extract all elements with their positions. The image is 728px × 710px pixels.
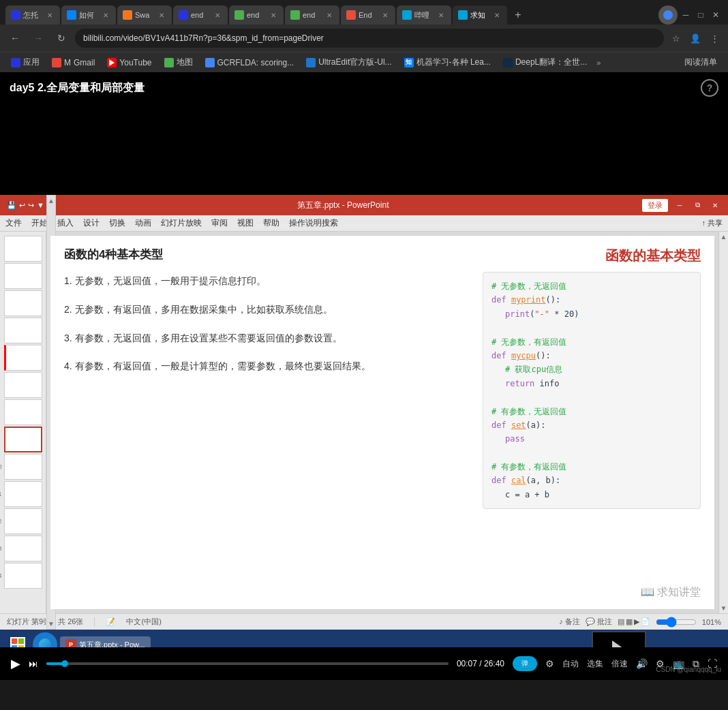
- cast-icon[interactable]: 📺: [673, 658, 684, 669]
- reading-view-button[interactable]: 📄: [641, 617, 650, 626]
- slide-thumb-7[interactable]: 7: [4, 372, 42, 398]
- menu-animations[interactable]: 动画: [135, 217, 151, 229]
- menu-icon[interactable]: ⋮: [706, 30, 723, 46]
- ppt-close-button[interactable]: ✕: [709, 199, 721, 211]
- tab-close-3[interactable]: ✕: [157, 10, 166, 20]
- ppt-restore-button[interactable]: ⧉: [691, 199, 703, 211]
- forward-button[interactable]: →: [29, 29, 48, 48]
- tab-2[interactable]: 如何 ✕: [61, 5, 116, 25]
- slide-thumb-10[interactable]: 10: [4, 454, 42, 480]
- menu-file[interactable]: 文件: [5, 217, 22, 229]
- settings-icon[interactable]: ⚙: [656, 658, 665, 669]
- new-tab-button[interactable]: +: [509, 5, 528, 25]
- fullscreen-icon[interactable]: ⛶: [708, 658, 717, 669]
- tab-close-9[interactable]: ✕: [492, 10, 502, 20]
- tab-close-4[interactable]: ✕: [213, 10, 222, 20]
- bookmark-icon[interactable]: ☆: [668, 30, 684, 46]
- tab-close-5[interactable]: ✕: [269, 10, 278, 20]
- auto-label[interactable]: 自动: [562, 658, 579, 670]
- menu-transitions[interactable]: 切换: [109, 217, 125, 229]
- tab-9[interactable]: 求知 ✕: [453, 5, 507, 25]
- speed-label[interactable]: 倍速: [611, 658, 628, 670]
- menu-help[interactable]: 帮助: [263, 217, 279, 229]
- bookmark-deepl[interactable]: DeepL翻译：全世...: [498, 55, 592, 70]
- slide-thumb-12[interactable]: 12: [4, 508, 42, 534]
- ppt-minimize-button[interactable]: ─: [673, 199, 686, 211]
- back-button[interactable]: ←: [5, 29, 25, 48]
- reload-button[interactable]: ↻: [52, 29, 71, 48]
- tab-close-2[interactable]: ✕: [101, 10, 110, 20]
- slide-thumb-13[interactable]: 13: [4, 536, 42, 561]
- tab-4[interactable]: end ✕: [173, 5, 228, 25]
- profile-icon[interactable]: 👤: [687, 30, 703, 46]
- danmaku-settings-icon[interactable]: ⚙: [545, 658, 554, 669]
- slide-thumb-4[interactable]: 4: [4, 290, 42, 316]
- bookmark-maps[interactable]: 地图: [159, 55, 198, 70]
- help-button[interactable]: ?: [701, 79, 718, 97]
- bookmark-apps[interactable]: 应用: [5, 55, 45, 70]
- normal-view-button[interactable]: ▤: [618, 617, 624, 626]
- slide-thumb-3[interactable]: 3: [4, 263, 42, 289]
- slide-thumb-8[interactable]: 8: [4, 399, 42, 425]
- progress-handle[interactable]: [61, 660, 68, 667]
- tab-5[interactable]: end ✕: [229, 5, 284, 25]
- ppt-scroll-up[interactable]: ▲: [721, 232, 727, 241]
- customize-icon[interactable]: ▼: [37, 201, 44, 209]
- tab-close-7[interactable]: ✕: [380, 10, 390, 20]
- progress-bar[interactable]: [46, 662, 449, 665]
- save-icon[interactable]: 💾: [7, 201, 16, 210]
- slideshow-view-button[interactable]: ▶: [634, 617, 639, 626]
- bookmark-gmail[interactable]: M Gmail: [46, 57, 100, 69]
- select-label[interactable]: 选集: [587, 658, 603, 670]
- close-button[interactable]: ✕: [709, 8, 723, 22]
- tab-close-1[interactable]: ✕: [45, 10, 55, 20]
- outline-view-button[interactable]: ▦: [626, 617, 633, 626]
- tab-1[interactable]: 怎托 ✕: [5, 5, 60, 25]
- pip-icon[interactable]: ⧉: [693, 658, 699, 670]
- slide-thumb-5[interactable]: 5: [4, 318, 42, 343]
- menu-slideshow[interactable]: 幻灯片放映: [161, 217, 202, 229]
- bookmark-ultraedit[interactable]: UltraEdit官方版-Ul...: [301, 55, 397, 70]
- menu-search[interactable]: 操作说明搜索: [289, 217, 338, 229]
- slide-thumb-2[interactable]: 2: [4, 236, 42, 262]
- next-button[interactable]: ⏭: [29, 658, 38, 669]
- ppt-right-scrollbar[interactable]: ▲ ▼: [718, 232, 728, 613]
- play-pause-button[interactable]: ▶: [11, 656, 20, 671]
- tab-7[interactable]: End ✕: [341, 5, 395, 25]
- comments-button[interactable]: 💬 批注: [586, 617, 612, 627]
- undo-icon[interactable]: ↩: [19, 201, 25, 210]
- menu-review[interactable]: 审阅: [211, 217, 228, 229]
- chrome-icon[interactable]: [658, 5, 678, 25]
- bookmark-youtube[interactable]: YouTube: [102, 57, 157, 69]
- slide-thumb-9[interactable]: 9: [4, 427, 42, 452]
- slide-comment-icon[interactable]: 📝: [106, 617, 115, 626]
- ppt-login-button[interactable]: 登录: [642, 199, 668, 212]
- tab-close-8[interactable]: ✕: [436, 10, 446, 20]
- bookmark-gcrflda[interactable]: GCRFLDA: scoring...: [200, 57, 300, 69]
- tab-8[interactable]: 哔哩 ✕: [397, 5, 451, 25]
- bookmark-zhihu[interactable]: 知 机器学习-各种 Lea...: [399, 55, 496, 70]
- menu-design[interactable]: 设计: [83, 217, 100, 229]
- tab-close-6[interactable]: ✕: [324, 10, 334, 20]
- scroll-up-arrow[interactable]: ▲: [48, 196, 55, 204]
- bookmark-reader[interactable]: 阅读清单: [679, 55, 723, 70]
- address-input[interactable]: [75, 29, 664, 48]
- slide-thumb-11[interactable]: 11: [4, 481, 42, 507]
- zoom-slider[interactable]: [656, 617, 697, 628]
- maximize-button[interactable]: □: [694, 8, 708, 22]
- scroll-down-arrow[interactable]: ▼: [48, 620, 55, 629]
- volume-icon[interactable]: 🔊: [636, 658, 648, 669]
- minimize-button[interactable]: ─: [679, 8, 693, 22]
- slide-thumb-14[interactable]: 14: [4, 563, 42, 589]
- share-button[interactable]: ↑ 共享: [701, 218, 723, 228]
- redo-icon[interactable]: ↪: [28, 201, 34, 210]
- danmaku-button[interactable]: 弹: [513, 656, 537, 671]
- tab-3[interactable]: Swa ✕: [117, 5, 172, 25]
- menu-view[interactable]: 视图: [237, 217, 254, 229]
- notes-button[interactable]: ♪ 备注: [559, 617, 580, 627]
- menu-insert[interactable]: 插入: [57, 217, 74, 229]
- more-bookmarks-button[interactable]: »: [596, 59, 601, 67]
- slide-thumb-6[interactable]: 6: [4, 345, 42, 371]
- ppt-scroll-down[interactable]: ▼: [721, 604, 727, 613]
- menu-home[interactable]: 开始: [31, 217, 48, 229]
